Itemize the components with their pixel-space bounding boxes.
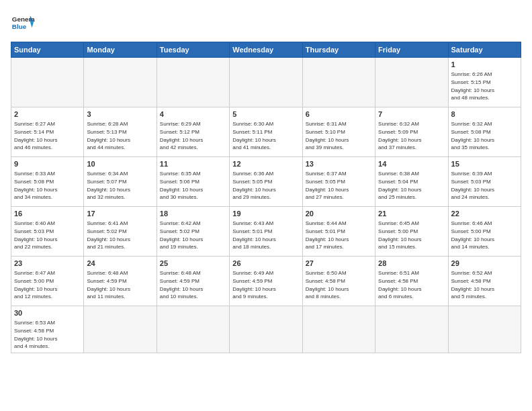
day-info: Sunrise: 6:47 AM Sunset: 5:00 PM Dayligh… xyxy=(14,269,81,300)
day-number: 26 xyxy=(232,259,299,269)
calendar-cell: 24Sunrise: 6:48 AM Sunset: 4:59 PM Dayli… xyxy=(84,257,157,306)
calendar-cell: 9Sunrise: 6:33 AM Sunset: 5:08 PM Daylig… xyxy=(11,157,84,207)
day-info: Sunrise: 6:32 AM Sunset: 5:09 PM Dayligh… xyxy=(378,120,445,151)
day-info: Sunrise: 6:38 AM Sunset: 5:04 PM Dayligh… xyxy=(378,170,445,201)
calendar-cell: 16Sunrise: 6:40 AM Sunset: 5:03 PM Dayli… xyxy=(11,207,84,257)
day-info: Sunrise: 6:51 AM Sunset: 4:58 PM Dayligh… xyxy=(378,269,445,300)
day-info: Sunrise: 6:42 AM Sunset: 5:02 PM Dayligh… xyxy=(160,220,226,250)
day-number: 9 xyxy=(14,159,81,169)
day-info: Sunrise: 6:28 AM Sunset: 5:13 PM Dayligh… xyxy=(87,120,153,151)
day-number: 25 xyxy=(160,259,226,269)
calendar-cell: 10Sunrise: 6:34 AM Sunset: 5:07 PM Dayli… xyxy=(84,157,157,207)
day-number: 10 xyxy=(87,159,153,169)
calendar-cell xyxy=(230,58,302,107)
day-info: Sunrise: 6:36 AM Sunset: 5:05 PM Dayligh… xyxy=(232,170,299,201)
day-info: Sunrise: 6:26 AM Sunset: 5:15 PM Dayligh… xyxy=(451,71,518,101)
weekday-header-sunday: Sunday xyxy=(11,42,84,58)
day-info: Sunrise: 6:48 AM Sunset: 4:59 PM Dayligh… xyxy=(160,269,226,300)
calendar-cell: 25Sunrise: 6:48 AM Sunset: 4:59 PM Dayli… xyxy=(157,257,229,306)
calendar-cell xyxy=(302,306,375,353)
day-number: 1 xyxy=(451,60,518,70)
logo: General Blue xyxy=(11,11,35,35)
weekday-header-wednesday: Wednesday xyxy=(230,42,302,58)
day-info: Sunrise: 6:34 AM Sunset: 5:07 PM Dayligh… xyxy=(87,170,153,201)
day-info: Sunrise: 6:37 AM Sunset: 5:05 PM Dayligh… xyxy=(306,170,372,201)
calendar-cell: 30Sunrise: 6:53 AM Sunset: 4:58 PM Dayli… xyxy=(11,306,84,353)
day-number: 16 xyxy=(14,209,81,219)
svg-marker-3 xyxy=(30,21,34,28)
calendar-cell xyxy=(375,58,448,107)
calendar-week-6: 30Sunrise: 6:53 AM Sunset: 4:58 PM Dayli… xyxy=(11,306,521,353)
calendar-cell: 7Sunrise: 6:32 AM Sunset: 5:09 PM Daylig… xyxy=(375,107,448,157)
day-number: 20 xyxy=(306,209,372,219)
calendar-cell xyxy=(375,306,448,353)
calendar-cell: 29Sunrise: 6:52 AM Sunset: 4:58 PM Dayli… xyxy=(448,257,521,306)
calendar-cell: 8Sunrise: 6:32 AM Sunset: 5:08 PM Daylig… xyxy=(448,107,521,157)
calendar-cell: 19Sunrise: 6:43 AM Sunset: 5:01 PM Dayli… xyxy=(230,207,302,257)
calendar-cell: 1Sunrise: 6:26 AM Sunset: 5:15 PM Daylig… xyxy=(448,58,521,107)
day-number: 17 xyxy=(87,209,153,219)
calendar-cell: 12Sunrise: 6:36 AM Sunset: 5:05 PM Dayli… xyxy=(230,157,302,207)
day-info: Sunrise: 6:52 AM Sunset: 4:58 PM Dayligh… xyxy=(451,269,518,300)
calendar-cell xyxy=(11,58,84,107)
day-info: Sunrise: 6:35 AM Sunset: 5:06 PM Dayligh… xyxy=(160,170,226,201)
day-number: 23 xyxy=(14,259,81,269)
day-number: 18 xyxy=(160,209,226,219)
calendar-cell xyxy=(302,58,375,107)
day-number: 21 xyxy=(378,209,445,219)
calendar-cell: 22Sunrise: 6:46 AM Sunset: 5:00 PM Dayli… xyxy=(448,207,521,257)
day-info: Sunrise: 6:49 AM Sunset: 4:59 PM Dayligh… xyxy=(232,269,299,300)
calendar-week-3: 9Sunrise: 6:33 AM Sunset: 5:08 PM Daylig… xyxy=(11,157,521,207)
calendar-cell: 20Sunrise: 6:44 AM Sunset: 5:01 PM Dayli… xyxy=(302,207,375,257)
calendar-cell xyxy=(157,306,229,353)
day-number: 22 xyxy=(451,209,518,219)
calendar-cell: 28Sunrise: 6:51 AM Sunset: 4:58 PM Dayli… xyxy=(375,257,448,306)
day-number: 11 xyxy=(160,159,226,169)
calendar-cell: 6Sunrise: 6:31 AM Sunset: 5:10 PM Daylig… xyxy=(302,107,375,157)
calendar-cell: 11Sunrise: 6:35 AM Sunset: 5:06 PM Dayli… xyxy=(157,157,229,207)
day-info: Sunrise: 6:27 AM Sunset: 5:14 PM Dayligh… xyxy=(14,120,81,151)
day-number: 8 xyxy=(451,109,518,120)
day-info: Sunrise: 6:31 AM Sunset: 5:10 PM Dayligh… xyxy=(306,120,372,151)
calendar-cell: 4Sunrise: 6:29 AM Sunset: 5:12 PM Daylig… xyxy=(157,107,229,157)
calendar-cell: 15Sunrise: 6:39 AM Sunset: 5:03 PM Dayli… xyxy=(448,157,521,207)
day-info: Sunrise: 6:53 AM Sunset: 4:58 PM Dayligh… xyxy=(14,319,81,350)
calendar-cell: 21Sunrise: 6:45 AM Sunset: 5:00 PM Dayli… xyxy=(375,207,448,257)
day-number: 2 xyxy=(14,109,81,120)
day-info: Sunrise: 6:39 AM Sunset: 5:03 PM Dayligh… xyxy=(451,170,518,201)
calendar-week-4: 16Sunrise: 6:40 AM Sunset: 5:03 PM Dayli… xyxy=(11,207,521,257)
weekday-header-saturday: Saturday xyxy=(448,42,521,58)
calendar-week-2: 2Sunrise: 6:27 AM Sunset: 5:14 PM Daylig… xyxy=(11,107,521,157)
day-info: Sunrise: 6:45 AM Sunset: 5:00 PM Dayligh… xyxy=(378,220,445,250)
calendar-cell xyxy=(157,58,229,107)
calendar-cell: 14Sunrise: 6:38 AM Sunset: 5:04 PM Dayli… xyxy=(375,157,448,207)
day-number: 12 xyxy=(232,159,299,169)
day-info: Sunrise: 6:41 AM Sunset: 5:02 PM Dayligh… xyxy=(87,220,153,250)
day-number: 7 xyxy=(378,109,445,120)
day-info: Sunrise: 6:40 AM Sunset: 5:03 PM Dayligh… xyxy=(14,220,81,250)
day-info: Sunrise: 6:44 AM Sunset: 5:01 PM Dayligh… xyxy=(306,220,372,250)
day-number: 24 xyxy=(87,259,153,269)
day-number: 13 xyxy=(306,159,372,169)
calendar-cell: 26Sunrise: 6:49 AM Sunset: 4:59 PM Dayli… xyxy=(230,257,302,306)
day-info: Sunrise: 6:29 AM Sunset: 5:12 PM Dayligh… xyxy=(160,120,226,151)
day-info: Sunrise: 6:32 AM Sunset: 5:08 PM Dayligh… xyxy=(451,120,518,151)
page-header: General Blue xyxy=(11,11,521,35)
day-number: 14 xyxy=(378,159,445,169)
weekday-header-row: SundayMondayTuesdayWednesdayThursdayFrid… xyxy=(11,42,521,58)
calendar-cell xyxy=(84,306,157,353)
calendar-cell: 13Sunrise: 6:37 AM Sunset: 5:05 PM Dayli… xyxy=(302,157,375,207)
calendar-cell xyxy=(230,306,302,353)
weekday-header-thursday: Thursday xyxy=(302,42,375,58)
calendar-cell xyxy=(84,58,157,107)
calendar-cell: 3Sunrise: 6:28 AM Sunset: 5:13 PM Daylig… xyxy=(84,107,157,157)
weekday-header-friday: Friday xyxy=(375,42,448,58)
day-number: 29 xyxy=(451,259,518,269)
calendar-cell: 18Sunrise: 6:42 AM Sunset: 5:02 PM Dayli… xyxy=(157,207,229,257)
day-number: 3 xyxy=(87,109,153,120)
calendar-cell: 17Sunrise: 6:41 AM Sunset: 5:02 PM Dayli… xyxy=(84,207,157,257)
day-number: 4 xyxy=(160,109,226,120)
day-number: 27 xyxy=(306,259,372,269)
day-info: Sunrise: 6:30 AM Sunset: 5:11 PM Dayligh… xyxy=(232,120,299,151)
day-info: Sunrise: 6:50 AM Sunset: 4:58 PM Dayligh… xyxy=(306,269,372,300)
